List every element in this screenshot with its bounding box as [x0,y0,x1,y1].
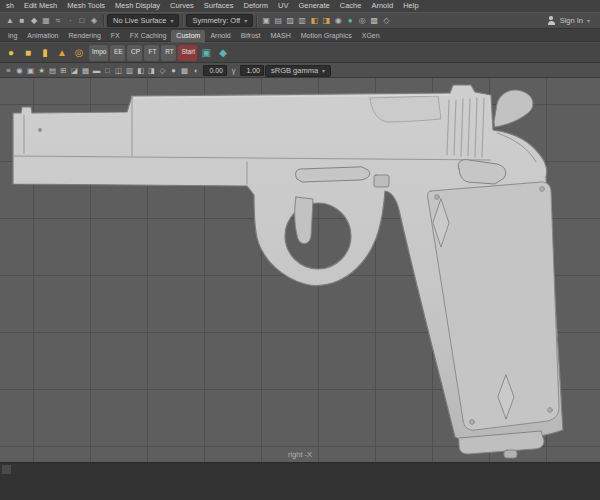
lanyard-knob [504,450,517,458]
tab-custom[interactable]: Custom [171,30,205,42]
poly-cube-icon[interactable]: ■ [21,45,36,61]
symmetry-dropdown[interactable]: Symmetry: Off ▾ [186,14,253,27]
scrollbar-handle[interactable] [2,465,11,474]
construction-history-icon[interactable]: ▤ [272,14,284,27]
shelf-item-label: Start [181,49,195,56]
select-hierarchy-icon[interactable]: ▲ [4,14,16,27]
user-avatar-icon [547,16,556,25]
menu-bar: sh Edit Mesh Mesh Tools Mesh Display Cur… [0,0,600,12]
menu-item[interactable]: Edit Mesh [19,0,62,12]
gate-mask-icon[interactable]: ◫ [113,65,124,77]
tab-modeling[interactable]: ing [3,30,22,42]
launch-application-icon[interactable]: ◇ [380,14,392,27]
shelf: ● ■ ▮ ▲ ◎ Impo EE [0,42,600,63]
toon-outline-icon[interactable]: ▩ [368,14,380,27]
render-view-icon[interactable]: ▥ [296,14,308,27]
menu-item[interactable]: Mesh Display [110,0,165,12]
menu-item[interactable]: sh [1,0,19,12]
tab-arnold[interactable]: Arnold [205,30,235,42]
tab-animation[interactable]: Animation [22,30,63,42]
menu-item[interactable]: Deform [238,0,273,12]
select-object-icon[interactable]: ■ [16,14,28,27]
chevron-down-icon: ▾ [322,68,325,74]
divider [256,15,257,27]
shelf-item-glyph: ■ [25,48,31,58]
gamma-field[interactable]: 1.00 [240,65,264,76]
tab-bifrost[interactable]: Bifrost [236,30,266,42]
symmetry-value: Symmetry: Off [192,16,240,25]
grid-toggle-icon[interactable]: ▦ [80,65,91,77]
shaded-mode-icon[interactable]: ● [168,65,179,77]
shelf-script-icon[interactable]: ▣ [199,45,214,61]
bookmarks-icon[interactable]: ★ [36,65,47,77]
gamma-icon[interactable]: γ [228,65,239,77]
menu-item[interactable]: Mesh Tools [62,0,110,12]
snap-grid-icon[interactable]: ▦ [40,14,52,27]
safe-title-icon[interactable]: ◨ [146,65,157,77]
grease-pencil-icon[interactable]: ◪ [69,65,80,77]
exposure-field[interactable]: 0.00 [203,65,227,76]
menu-item[interactable]: Generate [293,0,334,12]
chevron-down-icon: ▾ [170,18,173,24]
snap-viewplane-icon[interactable]: □ [76,14,88,27]
film-gate-icon[interactable]: ▬ [91,65,102,77]
viewport-toolbar: ≡ ◉ ▣ ★ ▤ ⊞ ◪ [0,63,600,78]
time-slider-area[interactable] [0,462,600,500]
sign-in-button[interactable]: Sign In ▾ [541,16,596,25]
tab-motion-graphics[interactable]: Motion Graphics [296,30,357,42]
resolution-gate-icon[interactable]: □ [102,65,113,77]
select-component-icon[interactable]: ◆ [28,14,40,27]
color-space-dropdown[interactable]: sRGB gamma ▾ [265,65,331,77]
poly-torus-icon[interactable]: ◎ [72,45,87,61]
wireframe-icon[interactable]: ◇ [157,65,168,77]
lock-camera-icon[interactable]: ◉ [14,65,25,77]
camera-label: right -X [288,450,312,459]
mag-release [374,175,389,187]
snap-curve-icon[interactable]: ≈ [52,14,64,27]
menu-item[interactable]: Help [398,0,423,12]
snap-point-icon[interactable]: ∙ [64,14,76,27]
shelf-start-button[interactable]: Start [178,45,197,61]
textured-mode-icon[interactable]: ▩ [179,65,190,77]
field-chart-icon[interactable]: ▥ [124,65,135,77]
viewport[interactable]: right -X [0,78,600,462]
pistol-model[interactable] [0,78,600,462]
live-surface-dropdown[interactable]: No Live Surface ▾ [107,14,179,27]
tab-rendering[interactable]: Rendering [63,30,105,42]
menu-item[interactable]: Curves [165,0,199,12]
poly-cylinder-icon[interactable]: ▮ [38,45,53,61]
menu-item[interactable]: Surfaces [199,0,239,12]
two-d-pan-zoom-icon[interactable]: ⊞ [58,65,69,77]
history-toggle-icon[interactable]: ▣ [260,14,272,27]
render-frame-icon[interactable]: ◧ [308,14,320,27]
ipr-render-icon[interactable]: ◨ [320,14,332,27]
render-settings-icon[interactable]: ◉ [332,14,344,27]
hypershade-icon[interactable]: ● [344,14,356,27]
paint-effects-icon[interactable]: ▨ [284,14,296,27]
menu-item[interactable]: Cache [335,0,367,12]
shelf-ft-button[interactable]: FT [144,45,159,61]
tab-mash[interactable]: MASH [266,30,296,42]
shelf-ee-button[interactable]: EE [110,45,125,61]
poly-cone-icon[interactable]: ▲ [55,45,70,61]
tab-fx[interactable]: FX [106,30,125,42]
tab-fx-caching[interactable]: FX Caching [125,30,172,42]
shelf-impo-button[interactable]: Impo [89,45,108,61]
tab-xgen[interactable]: XGen [357,30,385,42]
shelf-rt-button[interactable]: RT [161,45,176,61]
exposure-icon[interactable]: ◐ [191,65,202,77]
shelf-cp-button[interactable]: CP [127,45,142,61]
panel-menu-icon[interactable]: ≡ [3,65,14,77]
safe-action-icon[interactable]: ◧ [135,65,146,77]
status-line: ▲ ■ ◆ ▦ ≈ ∙ □ [0,12,600,29]
node-editor-icon[interactable]: ◎ [356,14,368,27]
viewport-toolbar-icons: ≡ ◉ ▣ ★ ▤ ⊞ ◪ [3,65,190,77]
make-live-icon[interactable]: ◈ [88,14,100,27]
poly-sphere-icon[interactable]: ● [4,45,19,61]
menu-item[interactable]: UV [273,0,293,12]
slide-stop-lever [296,167,370,182]
camera-attributes-icon[interactable]: ▣ [25,65,36,77]
image-plane-icon[interactable]: ▤ [47,65,58,77]
menu-item[interactable]: Arnold [366,0,398,12]
shelf-tool-icon[interactable]: ◆ [216,45,231,61]
